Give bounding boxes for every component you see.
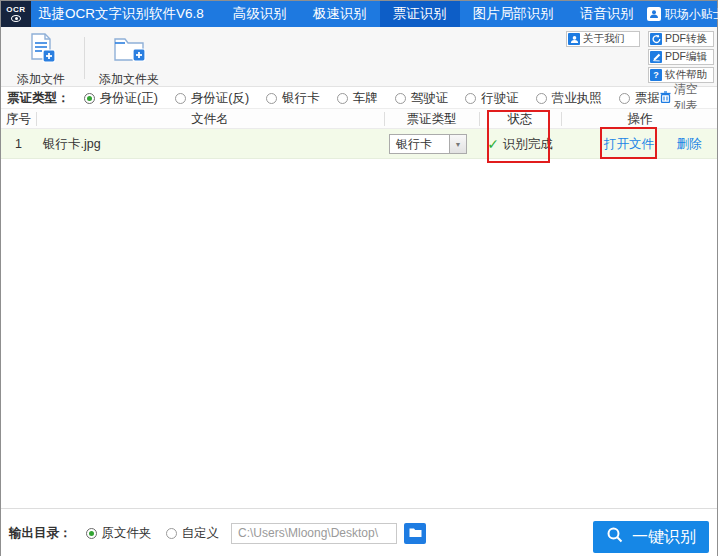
bottom-bar: 输出目录： 原文件夹 自定义 一键识别: [1, 508, 717, 557]
check-icon: ✓: [487, 137, 499, 151]
chevron-down-icon[interactable]: ▼: [449, 135, 466, 153]
row-index: 1: [1, 129, 36, 159]
radio-icon: [86, 528, 97, 539]
pdf-convert-label: PDF转换: [665, 32, 707, 46]
status-text: 识别完成: [503, 136, 553, 153]
radio-label: 身份证(反): [191, 90, 249, 107]
radio-license-plate[interactable]: 车牌: [337, 90, 378, 107]
radio-idcard-front[interactable]: 身份证(正): [84, 90, 158, 107]
trash-icon: [660, 91, 671, 106]
add-folder-label: 添加文件夹: [99, 71, 159, 88]
radio-icon: [166, 528, 177, 539]
radio-label: 身份证(正): [100, 90, 158, 107]
radio-label: 银行卡: [282, 90, 320, 107]
column-divider: [36, 112, 37, 126]
person-badge-icon: [647, 7, 661, 21]
tab-fast-ocr[interactable]: 极速识别: [300, 1, 380, 27]
radio-drivers-license[interactable]: 驾驶证: [395, 90, 449, 107]
tab-advanced-ocr[interactable]: 高级识别: [220, 1, 300, 27]
about-us-label: 关于我们: [583, 32, 625, 46]
eye-icon: [11, 15, 21, 22]
tab-voice-ocr[interactable]: 语音识别: [567, 1, 647, 27]
software-help-label: 软件帮助: [665, 68, 707, 82]
output-dir-label: 输出目录：: [9, 525, 72, 542]
radio-vehicle-license[interactable]: 行驶证: [465, 90, 519, 107]
radio-label: 行驶证: [481, 90, 519, 107]
column-divider: [479, 112, 480, 126]
title-bar: OCR 迅捷OCR文字识别软件V6.8 高级识别 极速识别 票证识别 图片局部识…: [1, 1, 717, 27]
delete-link[interactable]: 删除: [669, 129, 709, 159]
radio-business-license[interactable]: 营业执照: [536, 90, 602, 107]
app-title: 迅捷OCR文字识别软件V6.8: [38, 5, 204, 23]
table-row[interactable]: 1 银行卡.jpg 银行卡 ▼ ✓ 识别完成 打开文件 删除: [1, 129, 717, 159]
tab-ticket-ocr[interactable]: 票证识别: [380, 1, 460, 27]
radio-icon: [266, 93, 277, 104]
col-filename: 文件名: [36, 109, 384, 129]
help-icon: ?: [650, 69, 662, 81]
radio-icon: [337, 93, 348, 104]
radio-icon: [84, 93, 95, 104]
radio-icon: [395, 93, 406, 104]
ticket-type-bar: 票证类型： 身份证(正) 身份证(反) 银行卡 车牌 驾驶证 行驶证 营业执照: [1, 88, 717, 109]
radio-icon: [536, 93, 547, 104]
output-path-input[interactable]: [231, 523, 397, 544]
folder-icon: [409, 526, 422, 541]
pdf-convert-button[interactable]: PDF转换: [648, 31, 714, 47]
nav-tabs: 高级识别 极速识别 票证识别 图片局部识别 语音识别: [220, 1, 647, 27]
add-folder-icon: [112, 32, 146, 68]
table-header: 序号 文件名 票证类型 状态 操作: [1, 109, 717, 129]
radio-label: 车牌: [353, 90, 378, 107]
radio-bank-card[interactable]: 银行卡: [266, 90, 320, 107]
workplace-tips-link[interactable]: 职场小贴士: [647, 6, 720, 23]
col-index: 序号: [1, 109, 36, 129]
col-actions: 操作: [561, 109, 719, 129]
add-file-label: 添加文件: [17, 71, 65, 88]
col-ticket-type: 票证类型: [384, 109, 479, 129]
search-icon: [606, 526, 624, 548]
radio-idcard-back[interactable]: 身份证(反): [175, 90, 249, 107]
radio-original-folder[interactable]: 原文件夹: [86, 525, 152, 542]
pdf-edit-label: PDF编辑: [665, 50, 707, 64]
browse-folder-button[interactable]: [404, 523, 426, 544]
radio-custom-folder[interactable]: 自定义: [166, 525, 220, 542]
ticket-type-dropdown[interactable]: 银行卡 ▼: [389, 134, 467, 154]
col-status: 状态: [479, 109, 561, 129]
radio-invoice[interactable]: 票据: [619, 90, 660, 107]
dropdown-value: 银行卡: [390, 136, 449, 153]
radio-label: 票据: [635, 90, 660, 107]
ticket-type-label: 票证类型：: [7, 90, 70, 107]
about-us-button[interactable]: 关于我们: [566, 31, 640, 47]
row-status: ✓ 识别完成: [479, 129, 561, 159]
app-window: OCR 迅捷OCR文字识别软件V6.8 高级识别 极速识别 票证识别 图片局部识…: [0, 0, 718, 556]
one-click-recognize-button[interactable]: 一键识别: [593, 521, 709, 553]
column-divider: [561, 112, 562, 126]
toolbar-separator: [84, 37, 85, 79]
add-folder-button[interactable]: 添加文件夹: [93, 32, 165, 88]
add-file-button[interactable]: 添加文件: [9, 32, 73, 88]
person-icon: [568, 33, 580, 45]
radio-label: 驾驶证: [411, 90, 449, 107]
radio-label: 自定义: [182, 525, 220, 542]
column-divider: [384, 112, 385, 126]
convert-icon: [650, 33, 662, 45]
app-logo: OCR: [1, 1, 31, 27]
radio-icon: [465, 93, 476, 104]
toolbar: 添加文件 添加文件夹 关于我们: [1, 27, 717, 87]
workplace-tips-label: 职场小贴士: [665, 6, 720, 23]
radio-label: 原文件夹: [102, 525, 152, 542]
add-file-icon: [26, 32, 56, 68]
pdf-edit-button[interactable]: PDF编辑: [648, 49, 714, 65]
radio-label: 营业执照: [552, 90, 602, 107]
logo-text: OCR: [6, 6, 25, 14]
row-filename: 银行卡.jpg: [43, 129, 101, 159]
open-file-link[interactable]: 打开文件: [599, 129, 659, 159]
radio-icon: [619, 93, 630, 104]
recognize-button-label: 一键识别: [632, 527, 696, 548]
radio-icon: [175, 93, 186, 104]
edit-icon: [650, 51, 662, 63]
tab-partial-image-ocr[interactable]: 图片局部识别: [460, 1, 567, 27]
titlebar-right: 职场小贴士 V 会员中心 — ❐ ✕: [647, 6, 720, 23]
